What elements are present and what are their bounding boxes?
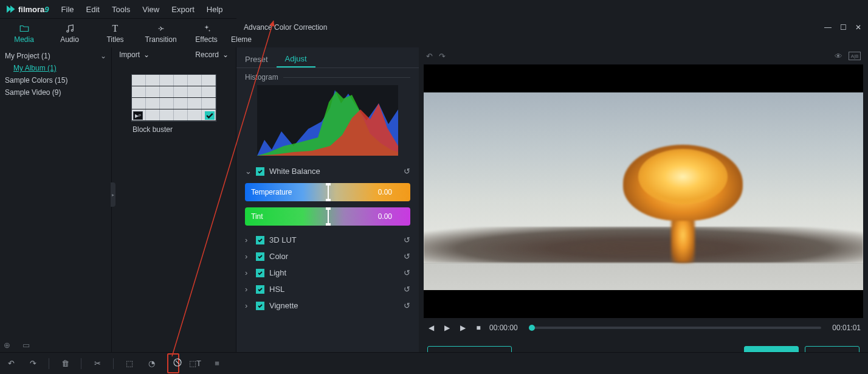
chevron-down-icon: ⌄	[222, 50, 229, 59]
menu-bar: filmora9 File Edit Tools View Export Hel…	[0, 0, 868, 18]
chevron-right-icon[interactable]: ›	[245, 268, 251, 277]
menu-file[interactable]: File	[55, 0, 80, 18]
settings-icon[interactable]: ≡	[211, 359, 223, 368]
tint-slider[interactable]: Tint 0.00	[245, 207, 410, 226]
undo-icon[interactable]: ↶	[5, 359, 17, 368]
temperature-slider[interactable]: Temperature 0.00	[245, 183, 410, 201]
tab-audio[interactable]: Audio	[47, 19, 92, 48]
play-overlay-icon[interactable]: ▶P	[133, 111, 143, 120]
reset-icon[interactable]: ↺	[404, 167, 410, 176]
cc-title: Advance Color Correction	[244, 23, 327, 32]
record-label: Record	[195, 50, 219, 59]
clip-label: Block buster	[119, 122, 229, 134]
sidebar-expand-handle[interactable]: ▸	[111, 182, 115, 207]
record-menu[interactable]: Record ⌄	[195, 50, 229, 59]
sidebar-item-label: My Album (1)	[5, 64, 57, 72]
cc-tab-adjust[interactable]: Adjust	[277, 51, 315, 68]
section-white-balance[interactable]: ⌄ White Balance ↺	[245, 163, 410, 179]
reset-icon[interactable]: ↺	[404, 301, 410, 310]
tab-transition[interactable]: Transition	[138, 19, 184, 48]
divider	[49, 358, 49, 369]
tab-media[interactable]: Media	[1, 19, 47, 48]
section-color[interactable]: › Color ↺	[245, 248, 410, 265]
new-folder-icon[interactable]: ⊕	[4, 341, 10, 350]
slider-handle[interactable]	[328, 184, 329, 200]
speed-icon[interactable]: ◔	[145, 359, 157, 368]
color-correction-icon[interactable]	[167, 353, 179, 373]
undo-icon[interactable]: ↶	[426, 52, 433, 61]
chevron-down-icon: ⌄	[100, 52, 106, 60]
menu-edit[interactable]: Edit	[80, 0, 106, 18]
tab-effects[interactable]: Effects	[184, 19, 229, 48]
import-menu[interactable]: Import ⌄	[119, 50, 150, 59]
play-button[interactable]: ▶	[458, 324, 467, 332]
timeline-toolbar: ↶ ↷ 🗑 ✂ ⬚ ◔ ⬚T ≡	[0, 352, 868, 374]
sidebar-item-label: My Project (1)	[5, 52, 50, 60]
chevron-right-icon[interactable]: ›	[245, 285, 251, 294]
folder-icon[interactable]: ▭	[22, 341, 30, 350]
slider-value: 0.00	[378, 212, 392, 221]
sidebar-item-project[interactable]: My Project (1) ⌄	[4, 50, 108, 62]
color-checkbox[interactable]	[256, 252, 264, 261]
chevron-right-icon[interactable]: ›	[245, 252, 251, 261]
section-3d-lut[interactable]: › 3D LUT ↺	[245, 232, 410, 248]
sidebar-item-sample-video[interactable]: Sample Video (9)	[4, 86, 108, 99]
chevron-down-icon: ⌄	[143, 50, 150, 59]
step-back-button[interactable]: ▶	[442, 324, 452, 332]
crop-icon[interactable]: ⬚	[123, 359, 136, 368]
sidebar-bottom-icons: ⊕ ▭	[4, 341, 30, 350]
hsl-checkbox[interactable]	[256, 285, 264, 294]
maximize-button[interactable]: ☐	[840, 23, 847, 32]
ab-compare-button[interactable]: A|B	[849, 52, 861, 60]
stop-button[interactable]: ■	[474, 324, 483, 332]
delete-icon[interactable]: 🗑	[59, 359, 71, 368]
chevron-right-icon[interactable]: ›	[245, 301, 251, 310]
sidebar-item-sample-colors[interactable]: Sample Colors (15)	[4, 74, 108, 86]
scrubber-knob[interactable]	[529, 325, 535, 331]
light-checkbox[interactable]	[256, 269, 264, 277]
close-button[interactable]: ✕	[855, 23, 861, 32]
time-total: 00:01:01	[832, 324, 861, 332]
redo-icon[interactable]: ↷	[439, 52, 446, 61]
lut-checkbox[interactable]	[256, 236, 264, 244]
tab-titles-label: Titles	[106, 35, 123, 44]
menu-help[interactable]: Help	[201, 0, 229, 18]
chevron-down-icon[interactable]: ⌄	[245, 167, 251, 176]
section-light[interactable]: › Light ↺	[245, 265, 410, 281]
section-vignette[interactable]: › Vignette ↺	[245, 297, 410, 314]
reset-icon[interactable]: ↺	[404, 268, 410, 277]
section-hsl[interactable]: › HSL ↺	[245, 281, 410, 297]
slider-handle[interactable]	[328, 209, 329, 224]
section-label: Light	[269, 268, 399, 277]
vignette-checkbox[interactable]	[256, 302, 264, 310]
text-icon: T	[110, 23, 121, 34]
section-label: HSL	[269, 285, 399, 294]
import-label: Import	[119, 50, 140, 59]
chevron-right-icon[interactable]: ›	[245, 235, 251, 244]
menu-export[interactable]: Export	[165, 0, 201, 18]
text-overlay-icon[interactable]: ⬚T	[189, 359, 201, 368]
reset-icon[interactable]: ↺	[404, 252, 410, 261]
sidebar-item-label: Sample Colors (15)	[5, 76, 67, 85]
tab-titles[interactable]: T Titles	[92, 19, 138, 48]
media-clip-thumbnail[interactable]: ▶P	[131, 74, 216, 122]
logo-icon	[5, 4, 16, 15]
prev-frame-button[interactable]: ◀	[426, 324, 436, 332]
reset-icon[interactable]: ↺	[404, 235, 410, 244]
cc-tab-preset[interactable]: Preset	[236, 51, 277, 68]
white-balance-checkbox[interactable]	[256, 167, 264, 176]
tab-audio-label: Audio	[60, 35, 79, 44]
cut-icon[interactable]: ✂	[91, 359, 103, 368]
sidebar-item-album[interactable]: My Album (1)	[4, 62, 108, 74]
redo-icon[interactable]: ↷	[27, 359, 39, 368]
app-logo: filmora9	[5, 4, 49, 15]
menu-view[interactable]: View	[136, 0, 165, 18]
minimize-button[interactable]: —	[824, 23, 832, 32]
reset-icon[interactable]: ↺	[404, 285, 410, 294]
eye-icon[interactable]: 👁	[835, 52, 842, 61]
preview-scrubber[interactable]	[529, 327, 822, 329]
slider-value: 0.00	[378, 188, 392, 196]
video-preview[interactable]	[424, 64, 863, 318]
menu-tools[interactable]: Tools	[106, 0, 136, 18]
tab-media-label: Media	[14, 35, 34, 44]
